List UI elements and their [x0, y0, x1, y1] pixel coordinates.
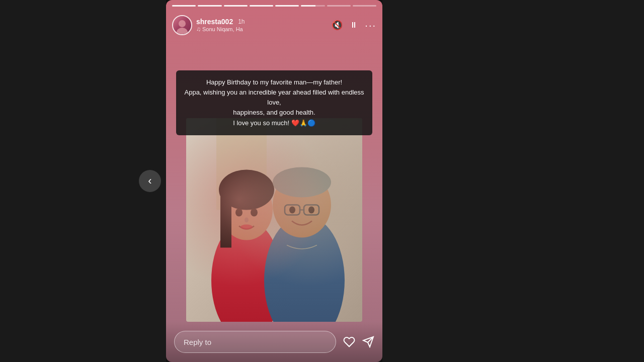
reply-placeholder-text: Reply to	[184, 338, 211, 346]
send-icon	[362, 336, 374, 348]
music-info: ♫ Sonu Niqam, Ha	[196, 26, 332, 33]
mute-button[interactable]: 🔇	[332, 20, 343, 31]
heart-icon	[343, 336, 355, 348]
progress-bar-5	[275, 5, 299, 7]
progress-bar-3	[224, 5, 248, 7]
music-label: Sonu Niqam, Ha	[202, 26, 243, 32]
progress-bar-8	[353, 5, 376, 7]
user-info: shresta002 1h ♫ Sonu Niqam, Ha	[196, 18, 332, 33]
caption-box: Happy Birthday to my favorite man—my fat…	[176, 70, 372, 135]
progress-bar-2	[198, 5, 221, 7]
progress-bar-4	[250, 5, 273, 7]
prev-story-button[interactable]: ‹	[139, 170, 161, 192]
send-button[interactable]	[362, 336, 374, 348]
avatar[interactable]	[172, 15, 192, 35]
photo-bg	[186, 118, 362, 322]
like-button[interactable]	[343, 336, 355, 348]
story-controls: 🔇 ⏸ ···	[332, 20, 376, 31]
birthday-caption: Happy Birthday to my favorite man—my fat…	[184, 77, 364, 128]
avatar-image	[173, 16, 191, 34]
reply-area: Reply to	[166, 322, 382, 362]
story-header: shresta002 1h ♫ Sonu Niqam, Ha 🔇 ⏸ ···	[166, 11, 382, 39]
story-photo	[186, 118, 362, 322]
chevron-left-icon: ‹	[148, 174, 151, 188]
left-panel: ‹	[0, 0, 166, 362]
progress-bar-1	[172, 5, 196, 7]
story-card: shresta002 1h ♫ Sonu Niqam, Ha 🔇 ⏸ ··· H…	[166, 0, 382, 362]
more-options-button[interactable]: ···	[365, 20, 376, 31]
page-wrapper: ‹ shresta002 1h	[0, 0, 644, 362]
username-label[interactable]: shresta002	[196, 18, 233, 26]
right-panel	[382, 0, 644, 362]
progress-bar-6	[301, 5, 325, 7]
progress-bars	[166, 0, 382, 7]
music-bars-icon: ♫	[196, 26, 201, 33]
pause-button[interactable]: ⏸	[350, 21, 358, 30]
reply-input[interactable]: Reply to	[174, 331, 336, 353]
time-ago-label: 1h	[238, 18, 245, 25]
progress-bar-7	[327, 5, 351, 7]
photo-overlay	[186, 118, 362, 322]
